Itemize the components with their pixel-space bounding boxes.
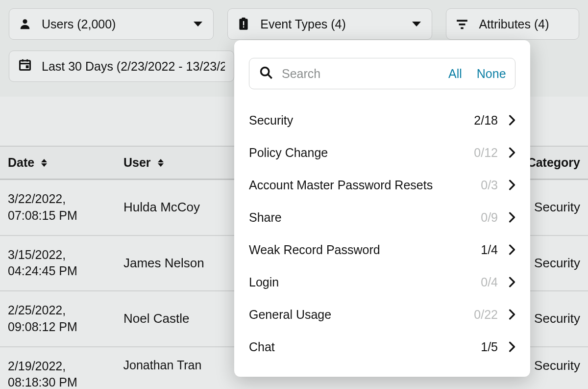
- event-type-option-count: 0/4: [464, 275, 498, 289]
- column-header-date[interactable]: Date: [8, 156, 123, 170]
- event-type-option-label: Account Master Password Resets: [249, 178, 464, 192]
- event-type-option[interactable]: Share0/9: [249, 201, 515, 233]
- chevron-right-icon: [509, 115, 515, 126]
- cell-category: Security: [534, 358, 580, 373]
- event-type-option-label: General Usage: [249, 308, 464, 322]
- dropdown-search-input[interactable]: [282, 67, 437, 81]
- event-type-option-count: 0/22: [464, 308, 498, 322]
- event-type-option[interactable]: Account Master Password Resets0/3: [249, 169, 515, 201]
- chevron-down-icon: [412, 22, 421, 26]
- sort-icon: [41, 159, 47, 167]
- svg-rect-4: [243, 26, 244, 28]
- chevron-right-icon: [509, 277, 515, 287]
- dropdown-search-bar: All None: [249, 58, 515, 89]
- svg-rect-6: [459, 24, 466, 26]
- event-type-option-count: 0/9: [464, 210, 498, 225]
- event-type-option[interactable]: Weak Record Password1/4: [249, 233, 515, 266]
- event-type-option-count: 1/4: [464, 243, 498, 257]
- event-type-option-label: Policy Change: [249, 146, 464, 160]
- date-range-filter[interactable]: Last 30 Days (2/23/2022 - 13/23/2: [9, 51, 234, 82]
- cell-user: Jonathan Tran: [123, 358, 212, 372]
- calendar-icon: [18, 58, 32, 75]
- event-types-dropdown: All None Security2/18Policy Change0/12Ac…: [234, 40, 530, 377]
- event-type-option-count: 2/18: [464, 113, 498, 128]
- event-type-option-label: Weak Record Password: [249, 243, 464, 257]
- event-type-option[interactable]: Security2/18: [249, 104, 515, 136]
- attributes-filter-label: Attributes (4): [479, 17, 568, 31]
- svg-rect-3: [243, 21, 244, 26]
- event-type-option-label: Security: [249, 113, 464, 128]
- users-filter[interactable]: Users (2,000): [9, 8, 214, 40]
- date-range-label: Last 30 Days (2/23/2022 - 13/23/2: [42, 59, 225, 74]
- chevron-right-icon: [509, 180, 515, 190]
- cell-date: 3/15/2022, 04:24:45 PM: [8, 247, 123, 280]
- event-type-option-label: Share: [249, 210, 464, 225]
- event-type-option[interactable]: Policy Change0/12: [249, 136, 515, 169]
- chevron-right-icon: [509, 212, 515, 223]
- svg-rect-7: [461, 27, 464, 29]
- sort-icon: [158, 159, 164, 167]
- event-type-option-count: 0/12: [464, 146, 498, 160]
- chevron-down-icon: [194, 22, 202, 26]
- filter-icon: [455, 17, 469, 31]
- svg-line-14: [268, 75, 272, 78]
- event-type-option-count: 1/5: [464, 340, 498, 354]
- cell-date: 2/25/2022, 09:08:12 PM: [8, 302, 123, 336]
- clipboard-alert-icon: [237, 17, 250, 31]
- svg-rect-5: [457, 20, 468, 22]
- cell-date: 2/19/2022, 08:18:30 PM: [8, 358, 123, 389]
- event-type-option[interactable]: Chat1/5: [249, 331, 515, 363]
- event-type-option-count: 0/3: [464, 178, 498, 192]
- attributes-filter[interactable]: Attributes (4): [446, 8, 579, 40]
- cell-date: 3/22/2022, 07:08:15 PM: [8, 191, 123, 224]
- event-types-filter-label: Event Types (4): [260, 17, 402, 31]
- svg-rect-12: [26, 65, 29, 68]
- event-type-option-label: Chat: [249, 340, 464, 354]
- svg-rect-2: [242, 18, 245, 20]
- select-none-link[interactable]: None: [474, 67, 509, 81]
- chevron-right-icon: [509, 244, 515, 255]
- event-type-option-label: Login: [249, 275, 464, 289]
- event-type-option[interactable]: Login0/4: [249, 266, 515, 298]
- event-types-filter[interactable]: Event Types (4): [227, 8, 432, 40]
- chevron-right-icon: [509, 147, 515, 158]
- svg-point-13: [261, 68, 269, 76]
- chevron-right-icon: [509, 341, 515, 352]
- event-type-option[interactable]: General Usage0/22: [249, 298, 515, 331]
- select-all-link[interactable]: All: [445, 67, 465, 81]
- svg-point-0: [23, 19, 27, 24]
- person-icon: [18, 17, 32, 31]
- search-icon: [259, 66, 273, 81]
- users-filter-label: Users (2,000): [42, 17, 184, 31]
- chevron-right-icon: [509, 309, 515, 320]
